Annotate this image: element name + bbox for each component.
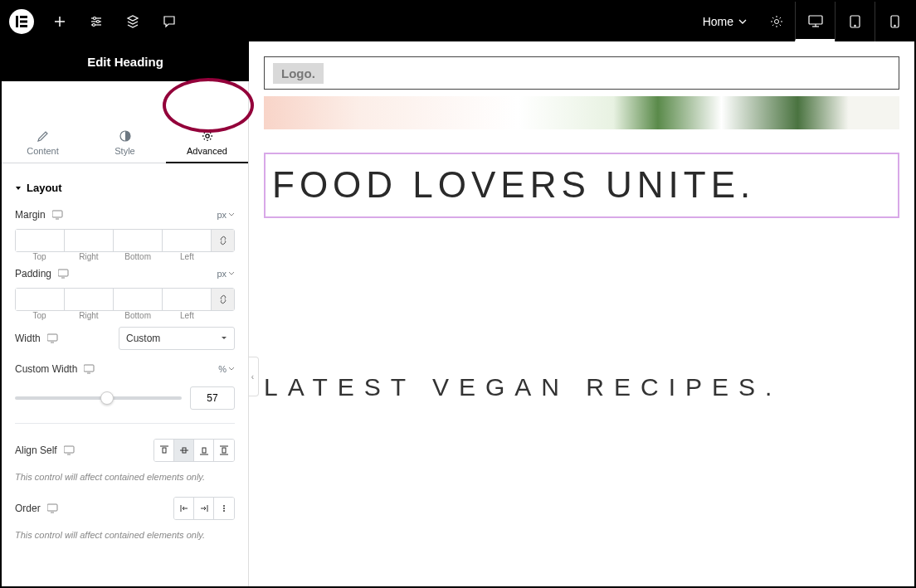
padding-label: Padding [15, 268, 51, 279]
order-label: Order [15, 503, 41, 514]
tab-style[interactable]: Style [84, 121, 166, 163]
section-layout[interactable]: Layout [15, 173, 235, 202]
pencil-icon [37, 129, 50, 143]
slider-thumb[interactable] [100, 391, 114, 405]
svg-rect-22 [52, 211, 62, 217]
svg-point-47 [223, 510, 225, 512]
tablet-view-button[interactable] [835, 2, 875, 41]
mobile-view-button[interactable] [875, 2, 914, 41]
order-row: Order [15, 490, 235, 527]
structure-button[interactable] [114, 2, 151, 41]
svg-point-46 [223, 508, 225, 509]
svg-point-7 [94, 17, 96, 20]
align-center-button[interactable] [174, 440, 194, 461]
order-end-button[interactable] [194, 498, 214, 519]
margin-top-input[interactable] [16, 230, 65, 251]
topbar-left [2, 2, 188, 41]
align-bottom-icon [199, 445, 209, 455]
custom-width-unit[interactable]: % [218, 364, 235, 374]
tab-style-label: Style [114, 146, 134, 156]
margin-row: Margin px [15, 202, 235, 227]
desktop-view-button[interactable] [795, 2, 835, 41]
order-more-button[interactable] [214, 498, 234, 519]
elementor-logo-icon [9, 9, 34, 34]
add-element-button[interactable] [41, 2, 78, 41]
padding-bottom-input[interactable] [114, 289, 163, 310]
padding-link-button[interactable] [211, 289, 234, 310]
svg-rect-1 [20, 16, 27, 18]
link-icon [218, 236, 228, 245]
gear-icon [201, 129, 214, 143]
notes-button[interactable] [151, 2, 188, 41]
svg-rect-26 [47, 334, 57, 341]
tab-content[interactable]: Content [2, 121, 84, 163]
panel-title: Edit Heading [2, 41, 249, 81]
responsive-icon[interactable] [47, 503, 59, 513]
heading-element[interactable]: LATEST VEGAN RECIPES. [264, 367, 899, 407]
responsive-icon[interactable] [52, 210, 64, 220]
custom-width-input[interactable] [190, 386, 235, 410]
elementor-logo-button[interactable] [2, 2, 41, 41]
margin-left-input[interactable] [163, 230, 211, 251]
order-start-icon [179, 503, 189, 513]
padding-top-input[interactable] [16, 289, 65, 310]
padding-inputs [15, 288, 235, 311]
width-select[interactable]: Custom [119, 327, 235, 350]
align-stretch-button[interactable] [214, 440, 234, 461]
tab-advanced-label: Advanced [187, 146, 227, 156]
page-selector-button[interactable]: Home [691, 2, 758, 41]
chevron-down-icon [228, 367, 235, 372]
width-row: Width Custom [15, 320, 235, 357]
responsive-icon[interactable] [58, 269, 70, 279]
padding-right-input[interactable] [65, 289, 114, 310]
margin-label: Margin [15, 209, 46, 221]
margin-right-input[interactable] [65, 230, 114, 251]
chevron-down-icon [738, 19, 747, 24]
svg-point-19 [894, 25, 895, 26]
svg-point-45 [223, 505, 225, 507]
svg-point-12 [775, 20, 779, 24]
section-layout-label: Layout [27, 182, 62, 194]
padding-unit[interactable]: px [217, 269, 235, 279]
svg-rect-0 [16, 16, 18, 27]
contrast-icon [119, 129, 132, 143]
page-header[interactable]: Logo. [264, 56, 899, 90]
hero-image[interactable] [264, 96, 899, 129]
svg-rect-24 [58, 270, 68, 276]
custom-width-row: Custom Width % [15, 357, 235, 381]
panel-collapse-button[interactable]: ‹ [249, 357, 259, 396]
margin-bottom-input[interactable] [114, 230, 163, 251]
align-center-icon [179, 445, 189, 455]
align-end-button[interactable] [194, 440, 214, 461]
canvas: ‹ Logo. FOOD LOVERS UNITE. LATEST VEGAN … [249, 41, 914, 586]
link-icon [218, 294, 228, 304]
preview-settings-button[interactable] [758, 2, 795, 41]
tab-advanced[interactable]: Advanced [166, 121, 248, 163]
site-logo-placeholder: Logo. [273, 63, 324, 84]
responsive-icon[interactable] [84, 364, 95, 374]
padding-left-input[interactable] [163, 289, 211, 310]
svg-point-9 [97, 21, 100, 23]
align-self-row: Align Self [15, 432, 235, 469]
responsive-icon[interactable] [64, 445, 76, 455]
svg-rect-30 [64, 446, 74, 453]
margin-unit[interactable]: px [217, 210, 235, 220]
order-start-button[interactable] [174, 498, 194, 519]
align-start-button[interactable] [154, 440, 174, 461]
chevron-down-icon [228, 212, 235, 217]
controls: Layout Margin px Top Right Bottom [2, 163, 248, 558]
chevron-down-icon [228, 271, 235, 276]
heading-element-selected[interactable]: FOOD LOVERS UNITE. [264, 153, 899, 218]
align-self-buttons [153, 439, 235, 462]
more-vertical-icon [219, 503, 229, 513]
align-stretch-icon [219, 445, 229, 455]
svg-rect-13 [809, 16, 822, 24]
responsive-icon[interactable] [47, 333, 59, 343]
padding-labels: Top Right Bottom Left [15, 311, 235, 320]
custom-width-label: Custom Width [15, 363, 77, 375]
svg-point-17 [855, 25, 855, 26]
custom-width-slider[interactable] [15, 396, 182, 400]
margin-link-button[interactable] [211, 230, 234, 251]
site-settings-button[interactable] [78, 2, 114, 41]
svg-rect-37 [202, 448, 206, 453]
